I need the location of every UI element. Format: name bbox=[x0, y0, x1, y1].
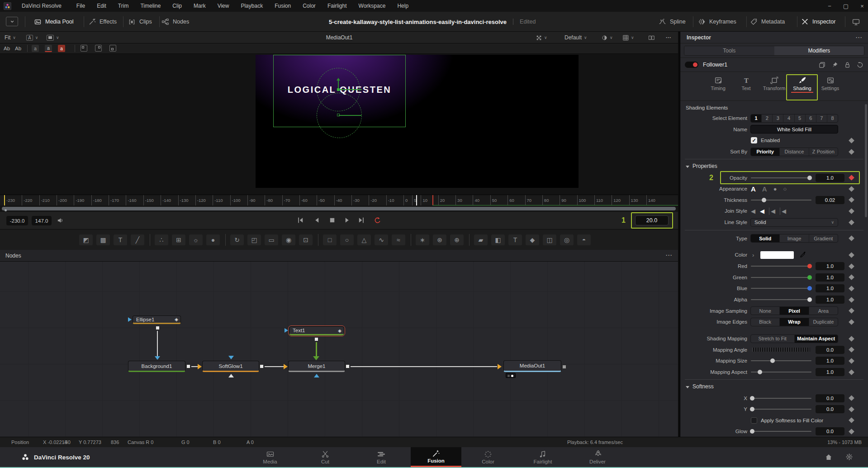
tool-ellipse-mask[interactable]: ○ bbox=[340, 234, 354, 245]
modifier-tab-settings[interactable]: Settings bbox=[816, 76, 844, 100]
text-style-button-1[interactable]: Ab bbox=[4, 44, 10, 53]
viewer-layer-select[interactable]: ∨ bbox=[47, 32, 59, 43]
menu-item-help[interactable]: Help bbox=[391, 0, 414, 12]
slider-thickness[interactable] bbox=[751, 200, 811, 201]
control-pivot[interactable] bbox=[337, 88, 340, 91]
node-ellipse1[interactable]: Ellipse1◈ bbox=[133, 315, 181, 324]
value-thickness[interactable]: 0.02 bbox=[816, 196, 844, 204]
slider-green[interactable] bbox=[751, 277, 811, 278]
value-red[interactable]: 1.0 bbox=[816, 262, 844, 270]
maximize-button[interactable]: ▢ bbox=[843, 3, 849, 10]
tool-resize[interactable]: ◰ bbox=[247, 234, 261, 245]
tool-fast-noise[interactable]: ▩ bbox=[96, 234, 110, 245]
slider-handle[interactable] bbox=[770, 358, 775, 363]
keyframe-diamond-alpha[interactable] bbox=[849, 297, 854, 303]
toolbar-button-inspector[interactable]: Inspector bbox=[801, 12, 835, 32]
tool-background[interactable]: ◩ bbox=[79, 234, 93, 245]
keyframe-diamond-apply-softness-to-fill-color[interactable] bbox=[849, 417, 854, 423]
page-tab-deliver[interactable]: Deliver bbox=[577, 447, 618, 467]
modifier-tab-timing[interactable]: Timing bbox=[704, 76, 732, 100]
menu-item-view[interactable]: View bbox=[212, 0, 235, 12]
node-background1[interactable]: Background1 bbox=[128, 361, 185, 372]
toolbar-button-clips[interactable]: Clips bbox=[128, 12, 152, 32]
node-merge1[interactable]: Merge1 bbox=[288, 361, 345, 372]
menu-item-mark[interactable]: Mark bbox=[188, 0, 212, 12]
page-tab-media[interactable]: Media bbox=[250, 447, 290, 467]
keyframe-diamond-mapping-angle[interactable] bbox=[849, 347, 854, 353]
option-z-position[interactable]: Z Position bbox=[809, 148, 838, 156]
element-button-4[interactable]: 4 bbox=[783, 115, 794, 122]
element-button-5[interactable]: 5 bbox=[795, 115, 806, 122]
menu-item-timeline[interactable]: Timeline bbox=[134, 0, 166, 12]
tool-hue-curves[interactable]: ● bbox=[206, 234, 220, 245]
appearance-outline-circle[interactable]: ○ bbox=[783, 186, 787, 192]
option-none[interactable]: None bbox=[751, 307, 780, 315]
toolbar-button-spline[interactable]: Spline bbox=[659, 12, 686, 32]
keyframe-diamond-y[interactable] bbox=[849, 406, 854, 412]
color-swatch[interactable] bbox=[760, 251, 794, 259]
viewer-grid-select[interactable]: ∨ bbox=[623, 32, 634, 43]
slider-glow[interactable] bbox=[751, 431, 811, 432]
pin-icon[interactable] bbox=[831, 62, 838, 68]
keyframe-diamond-opacity[interactable] bbox=[849, 175, 854, 181]
page-tab-fairlight[interactable]: Fairlight bbox=[522, 447, 563, 467]
tool-transform[interactable]: ↻ bbox=[230, 234, 244, 245]
slider-mapping-aspect[interactable] bbox=[751, 372, 811, 372]
name-field[interactable]: White Solid Fill bbox=[750, 125, 838, 134]
toolbar-button-effects[interactable]: Effects bbox=[89, 12, 117, 32]
guide-frame-button-2[interactable] bbox=[95, 45, 102, 52]
viewer-split-button[interactable] bbox=[649, 32, 655, 43]
dual-screen-button[interactable] bbox=[852, 12, 860, 32]
keyframe-diamond-color[interactable] bbox=[849, 252, 854, 258]
duplicate-icon[interactable] bbox=[819, 62, 825, 68]
node-output-square[interactable] bbox=[156, 326, 160, 330]
toolbar-button-keyframes[interactable]: Keyframes bbox=[698, 12, 736, 32]
reset-icon[interactable] bbox=[857, 62, 863, 68]
scrollbar-thumb[interactable] bbox=[2, 207, 676, 210]
slider-x[interactable] bbox=[751, 398, 811, 399]
tool-particles[interactable]: ∴ bbox=[155, 234, 168, 245]
slider-handle[interactable] bbox=[750, 429, 754, 434]
value-mapping-angle[interactable]: 0.0 bbox=[816, 346, 844, 354]
option-gradient[interactable]: Gradient bbox=[809, 234, 838, 242]
menu-item-trim[interactable]: Trim bbox=[112, 0, 135, 12]
timeline-ruler[interactable]: -230-220-210-200-190-180-170-160-150-140… bbox=[0, 195, 678, 205]
appearance-filled-circle[interactable]: ● bbox=[773, 186, 777, 192]
tool-text-3d[interactable]: T bbox=[508, 234, 522, 245]
tool-merge[interactable]: ◉ bbox=[282, 234, 295, 245]
dropdown-line-style[interactable]: Solid∨ bbox=[750, 218, 838, 227]
keyframe-diamond-sort-by[interactable] bbox=[849, 149, 854, 155]
tool-magic-mask[interactable]: ≈ bbox=[392, 234, 405, 245]
inspector-menu[interactable]: ··· bbox=[856, 34, 863, 41]
element-button-2[interactable]: 2 bbox=[762, 115, 773, 122]
node-text1[interactable]: Text1◈ bbox=[289, 326, 344, 335]
tool-film-grain[interactable]: ⊞ bbox=[172, 234, 185, 245]
tool-polygon-mask[interactable]: △ bbox=[357, 234, 371, 245]
keyframe-diamond-green[interactable] bbox=[849, 274, 854, 280]
menu-item-fusion[interactable]: Fusion bbox=[269, 0, 297, 12]
thumbwheel-mapping-angle[interactable] bbox=[751, 347, 811, 353]
home-button[interactable] bbox=[825, 454, 832, 461]
option-image[interactable]: Image bbox=[780, 234, 809, 242]
settings-gear-button[interactable] bbox=[846, 454, 853, 460]
text-color-button-2[interactable]: a bbox=[45, 45, 52, 52]
keyframe-diamond-enabled[interactable] bbox=[849, 138, 854, 143]
tool-spot-light-3d[interactable]: ◎ bbox=[560, 234, 574, 245]
tool-rectangle-mask[interactable]: □ bbox=[323, 234, 337, 245]
keyframe-diamond-blue[interactable] bbox=[849, 286, 854, 291]
slider-handle[interactable] bbox=[750, 407, 754, 411]
close-button[interactable]: × bbox=[859, 3, 865, 10]
node-output-square[interactable] bbox=[260, 364, 264, 368]
viewer-canvas[interactable]: LOGICAL QUESTEN bbox=[0, 54, 678, 195]
playhead[interactable] bbox=[416, 195, 417, 205]
keyframe-diamond-image-sampling[interactable] bbox=[849, 308, 854, 314]
tool-paint[interactable]: ╱ bbox=[131, 234, 144, 245]
transport-stop-button[interactable] bbox=[329, 217, 336, 224]
panel-chevron-button[interactable] bbox=[6, 17, 18, 26]
join-bevel-left-button[interactable]: ◀ bbox=[769, 208, 775, 215]
node-output-square[interactable] bbox=[346, 364, 350, 368]
tool-crop[interactable]: ⊡ bbox=[299, 234, 313, 245]
value-opacity[interactable]: 1.0 bbox=[816, 174, 844, 182]
element-button-3[interactable]: 3 bbox=[773, 115, 783, 122]
option-distance[interactable]: Distance bbox=[780, 148, 809, 156]
